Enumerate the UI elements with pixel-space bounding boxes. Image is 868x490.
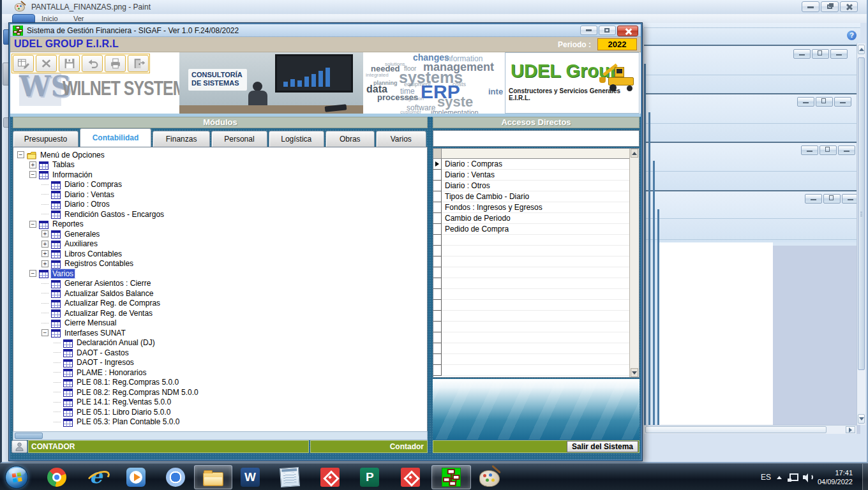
taskbar-file-explorer-icon[interactable] [194, 465, 232, 489]
tree-item-diario-ventas[interactable]: Diario : Ventas [13, 189, 427, 200]
tab-contabilidad[interactable]: Contabilidad [80, 128, 151, 147]
delete-button[interactable] [36, 55, 57, 72]
tab-presupuesto[interactable]: Presupuesto [13, 131, 79, 147]
paint-restore-button[interactable] [821, 1, 839, 12]
scroll-up-icon[interactable] [631, 149, 638, 158]
tab-varios[interactable]: Varios [376, 131, 427, 147]
language-indicator[interactable]: ES [761, 473, 771, 482]
collapse-minus-icon[interactable]: − [29, 270, 36, 277]
tree-item-diario-compras[interactable]: Diario : Compras [13, 180, 427, 190]
tree-item-tablas[interactable]: +Tablas [13, 160, 427, 170]
taskbar-media-player-icon[interactable] [121, 465, 151, 489]
scroll-down-icon[interactable] [631, 368, 638, 377]
tree-item-reportes[interactable]: −Reportes [13, 219, 427, 230]
help-icon[interactable]: ? [847, 31, 857, 40]
exit-button[interactable] [128, 55, 149, 72]
tree-item-plame-honorarios[interactable]: PLAME : Honorarios [13, 368, 427, 378]
tree-item-actualizar-reg-de-ventas[interactable]: Actualizar Reg. de Ventas [13, 308, 427, 318]
exit-system-button[interactable]: Salir del Sistema [567, 441, 638, 452]
shortcut-row-diario-ventas[interactable]: Diario : Ventas [433, 170, 639, 181]
collapse-minus-icon[interactable]: − [17, 151, 24, 158]
tree-item-registros-contables[interactable]: +Registros Contables [13, 259, 427, 269]
tree-item-actualizar-saldos-balance[interactable]: Actualizar Saldos Balance [13, 288, 427, 299]
save-button[interactable] [59, 55, 80, 72]
paint-close-button[interactable] [840, 1, 858, 12]
taskbar-start-orb-icon[interactable] [4, 465, 29, 489]
tab-logistica[interactable]: Logística [269, 131, 324, 147]
speaker-icon[interactable] [803, 473, 812, 482]
tree-item-informacion[interactable]: −Información [13, 170, 427, 180]
user-button[interactable] [11, 440, 27, 453]
tree-item-generar-asientos-cierre[interactable]: Generar Asientos : Cierre [13, 279, 427, 289]
clock[interactable]: 17:41 04/09/2022 [818, 468, 853, 486]
expand-plus-icon[interactable]: + [29, 161, 36, 168]
tree-item-ple-14-1-reg-ventas-5-0-0[interactable]: PLE 14.1: Reg.Ventas 5.0.0 [13, 397, 427, 408]
tab-finanzas[interactable]: Finanzas [153, 131, 210, 147]
network-icon[interactable] [788, 473, 797, 482]
taskbar-notepad-icon[interactable] [275, 465, 304, 489]
tree-item-interfases-sunat[interactable]: −Interfases SUNAT [13, 328, 427, 338]
accesos-scrollbar[interactable] [629, 149, 639, 377]
expand-plus-icon[interactable]: + [41, 260, 49, 267]
tree-item-libros-contables[interactable]: +Libros Contables [13, 249, 427, 259]
undo-button[interactable] [82, 55, 103, 72]
tree-horizontal-scrollbar[interactable] [13, 431, 428, 440]
collapse-minus-icon[interactable]: − [29, 221, 36, 228]
collapse-minus-icon[interactable]: − [29, 171, 36, 178]
scroll-up-icon[interactable] [858, 45, 865, 54]
paint-menu-button[interactable] [12, 14, 35, 23]
tree-scroll-thumb[interactable] [15, 433, 43, 439]
taskbar-sigaf-app-icon[interactable] [431, 465, 471, 489]
tree-item-ple-08-2-reg-compras-ndm-5-0-0[interactable]: PLE 08.2: Reg.Compras NDM 5.0.0 [13, 387, 427, 397]
paint-horizontal-scrollbar[interactable] [644, 425, 857, 434]
taskbar-publisher-icon[interactable] [355, 465, 384, 489]
expand-plus-icon[interactable]: + [41, 241, 49, 248]
paint-tab-ver[interactable]: Ver [73, 15, 84, 22]
tab-obras[interactable]: Obras [326, 131, 375, 147]
shortcut-row-diario-compras[interactable]: Diario : Compras [433, 159, 639, 170]
tree-item-auxiliares[interactable]: +Auxiliares [13, 239, 427, 249]
shortcut-row-pedido-de-compra[interactable]: Pedido de Compra [433, 224, 639, 235]
horizontal-scroll-thumb[interactable] [645, 426, 827, 433]
collapse-minus-icon[interactable]: − [41, 329, 49, 336]
tree-item-declaracion-anual-dj[interactable]: Declaración Anual (DJ) [13, 338, 427, 348]
scroll-down-icon[interactable] [858, 414, 865, 424]
taskbar-internet-explorer-icon[interactable] [82, 465, 111, 489]
tree-item-menu-de-opciones[interactable]: −Menú de Opciones [13, 150, 427, 160]
show-desktop-button[interactable] [862, 464, 868, 490]
periodo-value[interactable]: 2022 [597, 38, 637, 50]
paint-vertical-scrollbar[interactable] [857, 43, 865, 425]
taskbar-chrome-icon[interactable] [42, 465, 71, 489]
shortcut-row-fondos-ingresos-y-egresos[interactable]: Fondos : Ingresos y Egresos [433, 202, 639, 213]
tab-personal[interactable]: Personal [211, 131, 267, 147]
tree-item-actualizar-reg-de-compras[interactable]: Actualizar Reg. de Compras [13, 299, 427, 309]
new-record-button[interactable] [13, 55, 34, 72]
tree-item-daot-gastos[interactable]: DAOT - Gastos [13, 348, 427, 358]
tree-item-ple-05-1-libro-diario-5-0-0[interactable]: PLE 05.1: Libro Diario 5.0.0 [13, 407, 427, 417]
taskbar-chromium-icon[interactable] [161, 465, 190, 489]
sigaf-minimize-button[interactable] [580, 26, 597, 35]
shortcut-row-diario-otros[interactable]: Diario : Otros [433, 181, 639, 191]
taskbar-remote-desktop-2-icon[interactable] [396, 465, 425, 489]
print-button[interactable] [105, 55, 126, 72]
tree-item-daot-ingresos[interactable]: DAOT - Ingresos [13, 358, 427, 368]
tree-item-varios[interactable]: −Varios [13, 269, 427, 279]
tree-item-cierre-mensual[interactable]: Cierre Mensual [13, 318, 427, 329]
tree-item-diario-otros[interactable]: Diario : Otros [13, 200, 427, 210]
tree-item-rendicion-gastos-encargos[interactable]: Rendición Gastos - Encargos [13, 209, 427, 219]
tree-item-ple-08-1-reg-compras-5-0-0[interactable]: PLE 08.1: Reg.Compras 5.0.0 [13, 378, 427, 388]
expand-plus-icon[interactable]: + [41, 250, 49, 257]
shortcut-row-cambio-de-periodo[interactable]: Cambio de Periodo [433, 213, 639, 224]
tree-item-generales[interactable]: +Generales [13, 229, 427, 239]
taskbar-word-icon[interactable] [236, 465, 265, 489]
paint-minimize-button[interactable] [802, 1, 819, 12]
tree-item-ple-05-3-plan-contable-5-0-0[interactable]: PLE 05.3: Plan Contable 5.0.0 [13, 417, 427, 427]
sigaf-restore-button[interactable] [599, 26, 616, 35]
vertical-scroll-thumb[interactable] [858, 57, 865, 370]
shortcut-row-tipos-de-cambio-diario[interactable]: Tipos de Cambio - Diario [433, 191, 639, 202]
sigaf-close-button[interactable] [617, 26, 638, 36]
paint-tab-inicio[interactable]: Inicio [41, 15, 58, 22]
hidden-icons-chevron-icon[interactable] [777, 476, 782, 479]
taskbar-remote-desktop-icon[interactable] [315, 465, 345, 489]
expand-plus-icon[interactable]: + [41, 230, 49, 237]
